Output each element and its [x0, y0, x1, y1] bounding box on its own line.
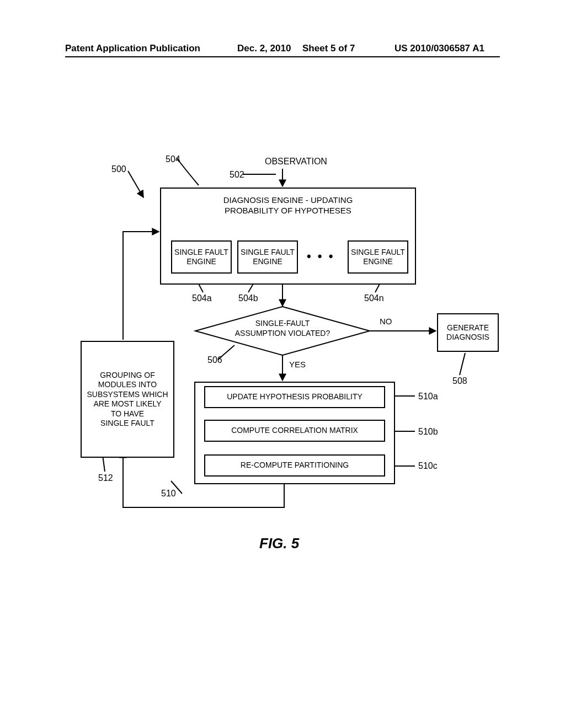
ref-504: 504 [166, 154, 180, 164]
ref-504n: 504n [364, 293, 384, 303]
step510a-box: UPDATE HYPOTHESIS PROBABILITY [204, 386, 385, 408]
step510c-box: RE-COMPUTE PARTITIONING [204, 454, 385, 477]
ref-506: 506 [207, 355, 222, 365]
header-rule [65, 56, 500, 57]
figure-caption: FIG. 5 [259, 535, 299, 552]
diagnosis-engine-title-1: DIAGNOSIS ENGINE - UPDATING [223, 195, 353, 206]
generate-diagnosis-box: GENERATE DIAGNOSIS [437, 313, 499, 352]
ref-510c: 510c [418, 461, 438, 471]
ref-512: 512 [98, 473, 113, 483]
header-sheet: Sheet 5 of 7 [302, 43, 355, 54]
grouping-box: GROUPING OF MODULES INTO SUBSYSTEMS WHIC… [81, 341, 174, 458]
yes-label: YES [289, 360, 306, 369]
sfe-ellipsis: • • • [307, 249, 334, 264]
step510b-box: COMPUTE CORRELATION MATRIX [204, 420, 385, 442]
diagnosis-engine-title-2: PROBABILITY OF HYPOTHESES [225, 206, 351, 216]
no-label: NO [380, 317, 392, 326]
svg-line-10 [460, 353, 465, 375]
header-date: Dec. 2, 2010 [237, 43, 291, 54]
ref-510: 510 [161, 489, 176, 499]
ref-504a: 504a [192, 293, 212, 303]
sfe-box-1: SINGLE FAULT ENGINE [171, 240, 232, 274]
gen2: DIAGNOSIS [446, 333, 489, 342]
header-pubnum: US 2010/0306587 A1 [395, 43, 484, 54]
ref-500: 500 [111, 164, 126, 174]
sfe-box-2: SINGLE FAULT ENGINE [237, 240, 298, 274]
ref-510a: 510a [418, 392, 438, 402]
ref-508: 508 [452, 376, 467, 386]
header-left: Patent Application Publication [65, 43, 200, 54]
ref-502: 502 [230, 170, 244, 180]
sfe-box-n: SINGLE FAULT ENGINE [348, 240, 408, 274]
decision-line1: SINGLE-FAULT [227, 319, 338, 328]
ref-504b: 504b [238, 293, 258, 303]
gen1: GENERATE [447, 323, 489, 333]
observation-label: OBSERVATION [265, 157, 327, 167]
decision-line2: ASSUMPTION VIOLATED? [227, 329, 338, 338]
ref-510b: 510b [418, 427, 438, 437]
